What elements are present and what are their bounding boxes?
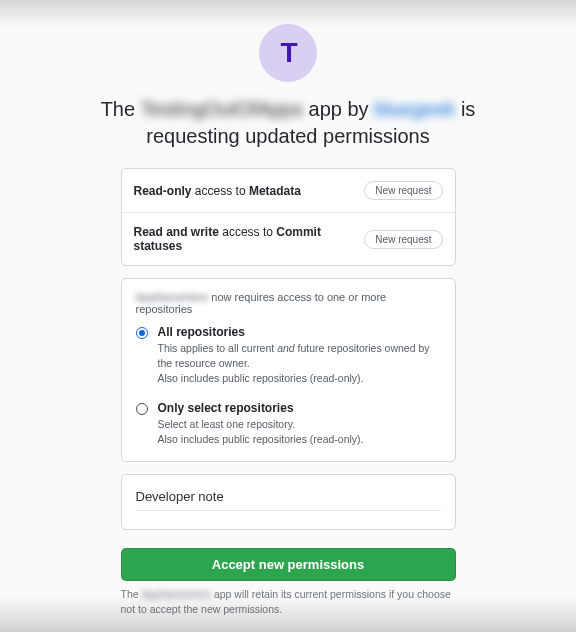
permission-mid: access to: [222, 225, 273, 239]
radio-option-all-repos[interactable]: All repositories This applies to all cur…: [136, 325, 441, 387]
radio-desc-part: This applies to all current: [158, 342, 275, 354]
radio-indicator[interactable]: [136, 403, 148, 415]
author-name-redacted[interactable]: bluegeek: [374, 96, 455, 123]
radio-title: All repositories: [158, 325, 441, 339]
radio-desc-line1: Select at least one repository.: [158, 418, 296, 430]
title-prefix: The: [101, 98, 135, 120]
title-mid: app by: [309, 98, 369, 120]
app-avatar: T: [259, 24, 317, 82]
retain-permissions-note: The AppNameHere app will retain its curr…: [121, 587, 456, 616]
permission-label: Read-only access to Metadata: [134, 184, 301, 198]
radio-desc-line2: Also includes public repositories (read-…: [158, 372, 364, 384]
retain-app-redacted: AppNameHere: [142, 587, 211, 602]
radio-desc-line2: Also includes public repositories (read-…: [158, 433, 364, 445]
developer-note-card: Developer note: [121, 474, 456, 530]
accept-permissions-button[interactable]: Accept new permissions: [121, 548, 456, 581]
radio-body: Only select repositories Select at least…: [158, 401, 364, 447]
radio-body: All repositories This applies to all cur…: [158, 325, 441, 387]
retain-prefix: The: [121, 588, 139, 600]
permission-row: Read and write access to Commit statuses…: [122, 213, 455, 265]
permission-prefix: Read-only: [134, 184, 192, 198]
permissions-page: T The TestingOutOfApps app by bluegeek i…: [0, 0, 576, 616]
app-name-redacted: TestingOutOfApps: [141, 96, 303, 123]
radio-desc: Select at least one repository. Also inc…: [158, 417, 364, 447]
app-avatar-glyph: T: [280, 37, 295, 69]
permission-target: Metadata: [249, 184, 301, 198]
developer-note-label: Developer note: [136, 489, 441, 504]
permissions-card: Read-only access to Metadata New request…: [121, 168, 456, 266]
radio-desc: This applies to all current and future r…: [158, 341, 441, 387]
new-request-badge: New request: [364, 230, 442, 249]
radio-desc-em: and: [277, 342, 295, 354]
divider: [136, 510, 441, 511]
repository-access-card: AppNameHere now requires access to one o…: [121, 278, 456, 462]
radio-indicator[interactable]: [136, 327, 148, 339]
permission-label: Read and write access to Commit statuses: [134, 225, 365, 253]
permission-prefix: Read and write: [134, 225, 219, 239]
radio-title: Only select repositories: [158, 401, 364, 415]
repo-access-intro: AppNameHere now requires access to one o…: [136, 291, 441, 315]
radio-option-select-repos[interactable]: Only select repositories Select at least…: [136, 401, 441, 447]
new-request-badge: New request: [364, 181, 442, 200]
page-title: The TestingOutOfApps app by bluegeek is …: [68, 96, 508, 150]
repo-intro-redacted: AppNameHere: [136, 291, 209, 303]
permission-row: Read-only access to Metadata New request: [122, 169, 455, 213]
permission-mid: access to: [195, 184, 246, 198]
